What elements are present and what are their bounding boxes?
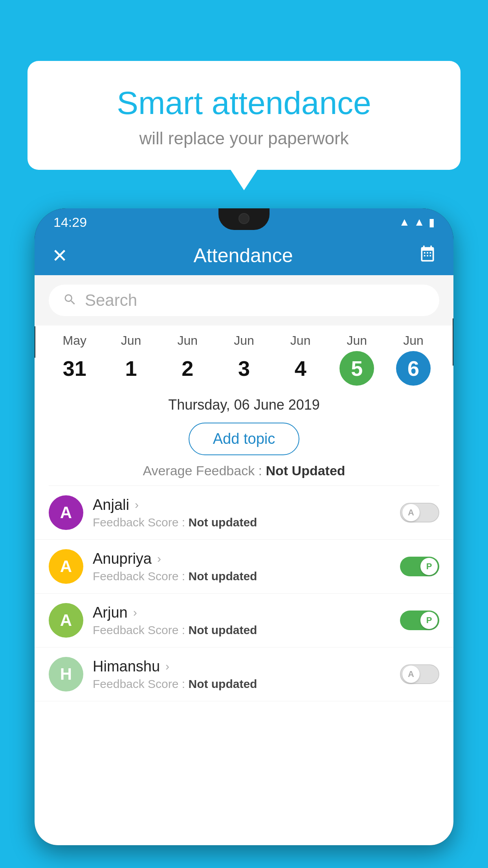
toggle-knob: A bbox=[402, 504, 420, 521]
month-label: Jun bbox=[234, 333, 254, 348]
signal-icon: ▲ bbox=[414, 216, 425, 228]
app-header: ✕ Attendance bbox=[35, 236, 453, 275]
attendance-toggle[interactable]: A bbox=[400, 503, 439, 522]
add-topic-button[interactable]: Add topic bbox=[189, 423, 299, 455]
chevron-icon: › bbox=[133, 606, 137, 619]
speech-bubble: Smart attendance will replace your paper… bbox=[28, 61, 460, 170]
student-feedback-score: Feedback Score : Not updated bbox=[93, 623, 391, 637]
date-col[interactable]: Jun5 bbox=[339, 333, 374, 386]
volume-button bbox=[35, 326, 35, 358]
student-name: Himanshu › bbox=[93, 658, 391, 675]
toggle-knob: P bbox=[420, 612, 438, 629]
phone-frame: 14:29 ▲ ▲ ▮ ✕ Attendance bbox=[35, 208, 453, 845]
close-button[interactable]: ✕ bbox=[52, 245, 68, 267]
chevron-icon: › bbox=[157, 552, 161, 565]
status-time: 14:29 bbox=[53, 215, 87, 230]
average-feedback-label: Average Feedback : bbox=[143, 463, 266, 478]
search-bar[interactable]: Search bbox=[49, 285, 439, 316]
add-topic-container: Add topic bbox=[35, 419, 453, 463]
student-item[interactable]: AArjun ›Feedback Score : Not updatedP bbox=[35, 594, 453, 647]
camera-dot bbox=[238, 213, 250, 224]
speech-bubble-container: Smart attendance will replace your paper… bbox=[28, 61, 460, 170]
toggle-knob: P bbox=[420, 558, 438, 575]
student-list: AAnjali ›Feedback Score : Not updatedAAA… bbox=[35, 486, 453, 701]
attendance-toggle[interactable]: A bbox=[400, 664, 439, 684]
month-label: May bbox=[63, 333, 86, 348]
wifi-icon: ▲ bbox=[399, 216, 410, 228]
student-name: Anupriya › bbox=[93, 550, 391, 567]
toggle-container[interactable]: P bbox=[400, 557, 439, 576]
date-strip: May31Jun1Jun2Jun3Jun4Jun5Jun6 bbox=[35, 326, 453, 386]
month-label: Jun bbox=[403, 333, 424, 348]
bubble-subtitle: will replace your paperwork bbox=[59, 129, 429, 148]
student-feedback-score: Feedback Score : Not updated bbox=[93, 570, 391, 583]
toggle-knob: A bbox=[402, 666, 420, 683]
average-feedback: Average Feedback : Not Updated bbox=[35, 463, 453, 485]
date-col[interactable]: Jun1 bbox=[114, 333, 149, 386]
student-feedback-score: Feedback Score : Not updated bbox=[93, 677, 391, 691]
day-number[interactable]: 5 bbox=[339, 351, 374, 386]
toggle-container[interactable]: P bbox=[400, 611, 439, 630]
day-number[interactable]: 4 bbox=[283, 351, 318, 386]
phone-notch bbox=[218, 208, 270, 230]
search-container: Search bbox=[35, 275, 453, 326]
day-number[interactable]: 31 bbox=[57, 351, 92, 386]
student-info: Arjun ›Feedback Score : Not updated bbox=[93, 604, 391, 637]
student-item[interactable]: AAnupriya ›Feedback Score : Not updatedP bbox=[35, 540, 453, 594]
app-content: Search May31Jun1Jun2Jun3Jun4Jun5Jun6 Thu… bbox=[35, 275, 453, 845]
chevron-icon: › bbox=[165, 660, 169, 673]
month-label: Jun bbox=[347, 333, 367, 348]
day-number[interactable]: 1 bbox=[114, 351, 149, 386]
search-icon bbox=[63, 292, 77, 308]
toggle-container[interactable]: A bbox=[400, 664, 439, 684]
avatar: A bbox=[49, 495, 83, 530]
avatar: A bbox=[49, 603, 83, 638]
date-col[interactable]: Jun6 bbox=[396, 333, 431, 386]
search-input-placeholder[interactable]: Search bbox=[85, 291, 137, 310]
attendance-toggle[interactable]: P bbox=[400, 611, 439, 630]
student-name: Arjun › bbox=[93, 604, 391, 621]
day-number[interactable]: 3 bbox=[227, 351, 261, 386]
attendance-toggle[interactable]: P bbox=[400, 557, 439, 576]
month-label: Jun bbox=[121, 333, 141, 348]
date-col[interactable]: Jun2 bbox=[170, 333, 205, 386]
average-feedback-value: Not Updated bbox=[266, 463, 345, 478]
student-name: Anjali › bbox=[93, 497, 391, 513]
chevron-icon: › bbox=[135, 498, 139, 511]
date-col[interactable]: May31 bbox=[57, 333, 92, 386]
student-item[interactable]: HHimanshu ›Feedback Score : Not updatedA bbox=[35, 647, 453, 701]
student-item[interactable]: AAnjali ›Feedback Score : Not updatedA bbox=[35, 486, 453, 540]
battery-icon: ▮ bbox=[429, 216, 435, 229]
month-label: Jun bbox=[177, 333, 198, 348]
day-number[interactable]: 6 bbox=[396, 351, 431, 386]
avatar: A bbox=[49, 549, 83, 584]
status-icons: ▲ ▲ ▮ bbox=[399, 216, 435, 229]
date-col[interactable]: Jun4 bbox=[283, 333, 318, 386]
student-info: Himanshu ›Feedback Score : Not updated bbox=[93, 658, 391, 691]
header-title: Attendance bbox=[194, 244, 293, 267]
day-number[interactable]: 2 bbox=[170, 351, 205, 386]
bubble-title: Smart attendance bbox=[59, 85, 429, 121]
toggle-container[interactable]: A bbox=[400, 503, 439, 522]
date-col[interactable]: Jun3 bbox=[227, 333, 261, 386]
calendar-icon[interactable] bbox=[419, 245, 436, 266]
avatar: H bbox=[49, 657, 83, 691]
phone-container: 14:29 ▲ ▲ ▮ ✕ Attendance bbox=[35, 208, 453, 868]
selected-date: Thursday, 06 June 2019 bbox=[35, 386, 453, 419]
month-label: Jun bbox=[290, 333, 311, 348]
student-info: Anjali ›Feedback Score : Not updated bbox=[93, 497, 391, 529]
student-info: Anupriya ›Feedback Score : Not updated bbox=[93, 550, 391, 583]
student-feedback-score: Feedback Score : Not updated bbox=[93, 516, 391, 529]
power-button bbox=[453, 318, 453, 366]
